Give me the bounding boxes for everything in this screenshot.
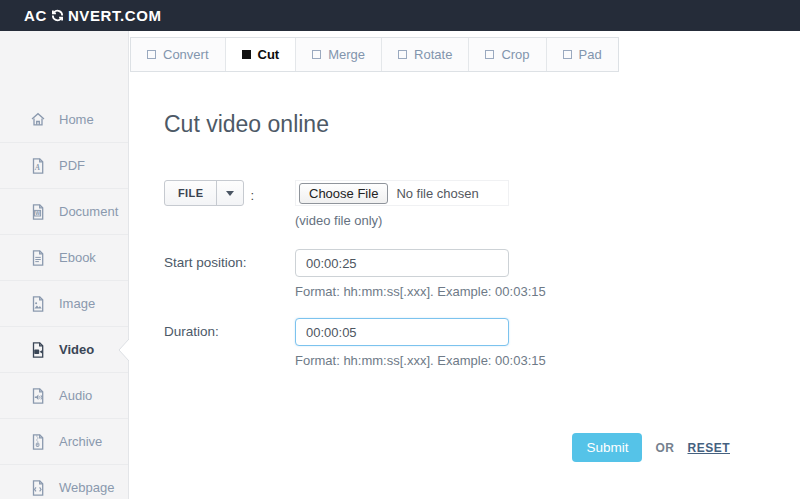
form-actions: Submit OR RESET xyxy=(198,433,730,462)
square-outline-icon xyxy=(485,50,494,59)
choose-file-button[interactable]: Choose File xyxy=(299,183,388,204)
tab-label: Pad xyxy=(579,47,602,62)
sidebar-item-archive[interactable]: Archive xyxy=(0,418,128,464)
svg-text:W: W xyxy=(35,210,40,216)
sidebar-item-ebook[interactable]: Ebook xyxy=(0,234,128,280)
cut-video-form: FILE : Choose File No file chosen (video… xyxy=(164,180,800,462)
sidebar-item-label: Ebook xyxy=(59,250,96,265)
sidebar-item-label: Audio xyxy=(59,388,92,403)
duration-row: Duration: Format: hh:mm:ss[.xxx]. Exampl… xyxy=(164,318,800,387)
reset-link[interactable]: RESET xyxy=(687,441,730,455)
archive-file-icon xyxy=(29,433,47,451)
page-title: Cut video online xyxy=(164,111,800,138)
duration-label: Duration: xyxy=(164,318,295,339)
dropdown-caret-section[interactable] xyxy=(216,181,243,205)
start-position-label: Start position: xyxy=(164,249,295,270)
start-position-hint: Format: hh:mm:ss[.xxx]. Example: 00:03:1… xyxy=(295,284,546,299)
tab-label: Convert xyxy=(163,47,209,62)
sidebar-item-document[interactable]: W Document xyxy=(0,188,128,234)
video-file-icon xyxy=(29,341,47,359)
square-outline-icon xyxy=(147,50,156,59)
file-row: FILE : Choose File No file chosen (video… xyxy=(164,180,800,228)
square-outline-icon xyxy=(563,50,572,59)
tab-label: Cut xyxy=(258,47,280,62)
square-filled-icon xyxy=(242,50,251,59)
sidebar-item-label: Archive xyxy=(59,434,102,449)
pdf-file-icon: A xyxy=(29,157,47,175)
start-position-group: Format: hh:mm:ss[.xxx]. Example: 00:03:1… xyxy=(295,249,546,318)
active-item-arrow xyxy=(118,339,129,361)
sidebar-item-label: Document xyxy=(59,204,118,219)
start-position-input[interactable] xyxy=(295,249,509,277)
square-outline-icon xyxy=(398,50,407,59)
tab-merge[interactable]: Merge xyxy=(295,38,381,71)
submit-button[interactable]: Submit xyxy=(572,433,642,462)
sidebar-item-pdf[interactable]: A PDF xyxy=(0,142,128,188)
sidebar-item-audio[interactable]: Audio xyxy=(0,372,128,418)
sidebar-item-video[interactable]: Video xyxy=(0,326,128,372)
duration-group: Format: hh:mm:ss[.xxx]. Example: 00:03:1… xyxy=(295,318,546,387)
or-label: OR xyxy=(655,441,674,455)
sidebar-item-label: Video xyxy=(59,342,94,357)
file-upload-input[interactable]: Choose File No file chosen xyxy=(295,180,509,206)
file-source-selector: FILE : xyxy=(164,180,295,206)
chevron-down-icon xyxy=(226,191,234,196)
sidebar-item-label: Image xyxy=(59,296,95,311)
square-outline-icon xyxy=(312,50,321,59)
tool-tabs: Convert Cut Merge Rotate Crop Pad xyxy=(130,37,619,72)
sidebar-item-webpage[interactable]: Webpage xyxy=(0,464,128,499)
sidebar-item-image[interactable]: Image xyxy=(0,280,128,326)
file-source-dropdown-button[interactable]: FILE xyxy=(164,180,244,206)
home-icon xyxy=(29,110,47,128)
duration-hint: Format: hh:mm:ss[.xxx]. Example: 00:03:1… xyxy=(295,353,546,368)
site-logo[interactable]: AC NVERT.COM xyxy=(24,7,162,24)
logo-text-prefix: AC xyxy=(24,7,47,24)
tab-label: Merge xyxy=(328,47,365,62)
file-input-group: Choose File No file chosen (video file o… xyxy=(295,180,509,228)
image-file-icon xyxy=(29,295,47,313)
tab-rotate[interactable]: Rotate xyxy=(381,38,468,71)
no-file-chosen-text: No file chosen xyxy=(396,186,478,201)
svg-text:A: A xyxy=(34,163,40,172)
label-separator: : xyxy=(244,183,254,203)
duration-input[interactable] xyxy=(295,318,509,346)
tab-convert[interactable]: Convert xyxy=(131,38,225,71)
ebook-icon xyxy=(29,249,47,267)
sidebar: Home A PDF W Document xyxy=(0,31,129,499)
tab-label: Rotate xyxy=(414,47,452,62)
tab-pad[interactable]: Pad xyxy=(546,38,618,71)
sidebar-item-label: PDF xyxy=(59,158,85,173)
tab-crop[interactable]: Crop xyxy=(468,38,545,71)
file-type-note: (video file only) xyxy=(295,213,509,228)
word-document-icon: W xyxy=(29,203,47,221)
sync-icon xyxy=(50,8,65,23)
sidebar-item-home[interactable]: Home xyxy=(0,96,128,142)
audio-file-icon xyxy=(29,387,47,405)
top-header: AC NVERT.COM xyxy=(0,0,800,31)
sidebar-list: Home A PDF W Document xyxy=(0,31,128,499)
webpage-file-icon xyxy=(29,479,47,497)
tab-cut[interactable]: Cut xyxy=(225,38,296,71)
tab-label: Crop xyxy=(501,47,529,62)
sidebar-item-label: Webpage xyxy=(59,480,114,495)
main-content: Convert Cut Merge Rotate Crop Pad Cut vi… xyxy=(130,31,800,499)
file-source-label: FILE xyxy=(165,181,216,205)
start-position-row: Start position: Format: hh:mm:ss[.xxx]. … xyxy=(164,249,800,318)
sidebar-item-label: Home xyxy=(59,112,94,127)
logo-text-suffix: NVERT.COM xyxy=(68,7,162,24)
